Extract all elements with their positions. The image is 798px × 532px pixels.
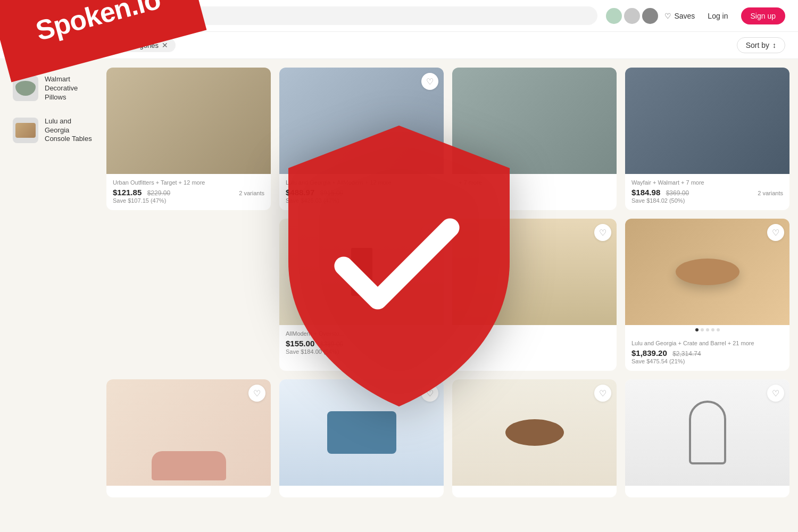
dot-4 [711,328,714,331]
product-card-1[interactable]: Urban Outfitters + Target + 12 more $121… [106,68,271,210]
card-stores-8: Lulu and Georgia + Crate and Barrel + 21… [631,340,783,346]
product-card-4[interactable]: Wayfair + Walmart + 7 more $184.98 $369.… [625,68,789,210]
product-image-6 [279,219,444,325]
price-row-4: $184.98 $369.00 2 variants [631,188,783,197]
product-image-11 [452,379,617,486]
spoken-logo: Spoken.io [32,0,164,47]
product-card-6[interactable]: ♡ AllModern + Oversto... $155.00 $339.00… [279,219,444,371]
heart-button-9[interactable]: ♡ [248,385,265,402]
card-stores-1: Urban Outfitters + Target + 12 more [113,179,264,186]
heart-button-10[interactable]: ♡ [421,385,438,402]
table-shape [15,123,36,138]
card-original-1: $229.00 [147,189,170,197]
oval-table-shape [505,419,564,446]
sort-icon: ↕ [772,41,776,49]
heart-button-6[interactable]: ♡ [421,224,438,241]
heart-button-8[interactable]: ♡ [767,224,784,241]
card-price-1: $121.85 [113,188,142,197]
heart-button-7[interactable]: ♡ [594,224,611,241]
card-info-2: Lulu and Georgia + AllModern + 12 more $… [279,174,444,210]
product-card-5[interactable] [106,219,271,371]
card-variants-4: 2 variants [758,190,783,196]
saves-label: Saves [674,12,695,20]
dot-5 [717,328,720,331]
card-info-8: Lulu and Georgia + Crate and Barrel + 21… [625,335,789,371]
product-card-12[interactable]: ♡ [625,379,789,497]
sort-label: Sort by [746,41,769,49]
oval-table-img [452,379,617,486]
sidebar-label-pillows: Walmart Decorative Pillows [45,75,94,102]
sidebar: Walmart Decorative Pillows Lulu and Geor… [0,59,106,514]
card-price-8: $1,839.20 [631,348,667,358]
card-save-8: Save $475.54 (21%) [631,358,783,364]
sofa-shape [152,451,226,480]
dot-3 [706,328,709,331]
card-save-2: Save $426.03 (47%) [286,197,437,204]
mirror-shape [689,401,726,464]
product-image-9 [106,379,271,486]
product-card-9[interactable]: ♡ [106,379,271,497]
mirror-img [625,379,789,486]
product-image-7 [452,219,617,325]
product-card-11[interactable]: ♡ [452,379,617,497]
card-original-8: $2,314.74 [672,350,701,358]
product-image-8 [625,219,789,325]
product-image-1 [106,68,271,174]
product-grid-wrapper: Urban Outfitters + Target + 12 more $121… [106,59,798,514]
avatar-3 [642,8,658,24]
product-image-2 [279,68,444,174]
product-card-8[interactable]: ♡ Lulu and Georgia + Crate and Barrel + … [625,219,789,371]
product-card-2[interactable]: ♡ Lulu and Georgia + AllModern + 12 more… [279,68,444,210]
card-original-4: $369.00 [666,189,689,197]
card-save-4: Save $184.02 (50%) [631,197,783,204]
round-table-img [625,219,789,325]
card-stores-4: Wayfair + Walmart + 7 more [631,179,783,186]
console-img [279,219,444,325]
product-grid: Urban Outfitters + Target + 12 more $121… [106,59,789,506]
card-stores-2: Lulu and Georgia + AllModern + 12 more [286,179,437,186]
product-card-10[interactable]: ♡ [279,379,444,497]
signup-button[interactable]: Sign up [741,7,785,24]
header-right: ♡ Saves Log in Sign up [606,7,785,24]
sidebar-item-console-tables[interactable]: Lulu and Georgia Console Tables [9,112,98,149]
heart-button-2[interactable]: ♡ [421,73,438,90]
product-image-4 [625,68,789,174]
dot-1 [695,328,699,331]
card-stores-3: + 7 more [459,179,610,186]
heart-icon: ♡ [664,12,671,20]
main-content: Walmart Decorative Pillows Lulu and Geor… [0,59,798,514]
heart-button-11[interactable]: ♡ [594,385,611,402]
card-info-10 [279,486,444,497]
avatar-group [606,8,658,24]
heart-button-12[interactable]: ♡ [767,385,784,402]
product-card-3[interactable]: + 7 more [452,68,617,210]
bed-img [279,379,444,486]
bed-shape [327,411,396,454]
saves-button[interactable]: ♡ Saves [664,12,695,20]
card-info-1: Urban Outfitters + Target + 12 more $121… [106,174,271,210]
dot-indicators [625,325,789,335]
pillow-shape [15,81,36,96]
sidebar-label-console: Lulu and Georgia Console Tables [45,117,94,144]
price-row-8: $1,839.20 $2,314.74 [631,348,783,358]
dot-2 [701,328,704,331]
card-save-6: Save $184.00 (54%) [286,348,437,355]
card-save-1: Save $107.15 (47%) [113,197,264,204]
card-price-4: $184.98 [631,188,660,197]
card-stores-6: AllModern + Oversto... [286,330,437,337]
card-original-2: $915.00 [320,189,343,197]
avatar-2 [624,8,640,24]
product-card-7[interactable]: ♡ [452,219,617,371]
price-row-6: $155.00 $339.00 [286,339,437,348]
price-row-2: $488.97 $915.00 [286,188,437,197]
card-info-9 [106,486,271,497]
card-original-6: $339.00 [320,340,343,348]
product-image-3 [452,68,617,174]
card-info-6: AllModern + Oversto... $155.00 $339.00 S… [279,325,444,361]
table-thumbnail [13,118,38,143]
category-close-icon[interactable]: ✕ [162,41,168,49]
login-button[interactable]: Log in [701,9,734,23]
round-table-shape [676,259,739,285]
sort-button[interactable]: Sort by ↕ [737,37,785,53]
sofa-img [106,379,271,486]
